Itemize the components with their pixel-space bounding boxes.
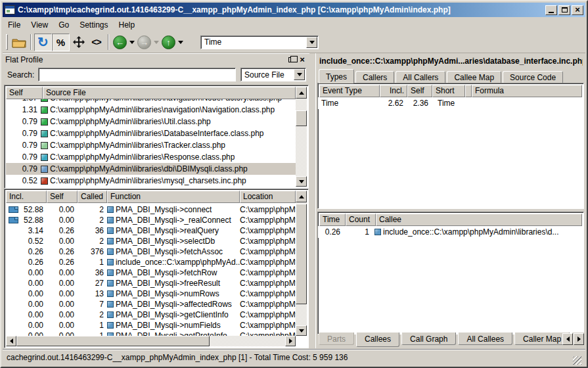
column-header-short[interactable]: Short [432,85,465,97]
menu-item-settings[interactable]: Settings [74,19,113,31]
file-path: C:\xampp\phpMyAdmin\libraries\Response.c… [50,152,235,162]
menu-item-file[interactable]: File [3,19,26,31]
tab-callees[interactable]: Callees [356,333,399,347]
function-row[interactable]: 0.00 0.00 27 PMA_DBI_Mysqli->freeResult … [6,278,296,288]
open-file-button[interactable] [10,34,28,51]
scrollbar-thumb[interactable] [296,110,307,126]
function-row[interactable]: 0.00 0.00 36 PMA_DBI_Mysqli->fetchRow C:… [6,267,296,278]
event-type-row[interactable]: Time 2.62 2.36 Time [318,97,583,109]
file-row[interactable]: 0.79 C:\xampp\phpMyAdmin\libraries\Datab… [6,127,296,139]
scroll-up-button[interactable] [296,87,307,99]
column-header-formula[interactable]: Formula [472,85,582,97]
column-header-incl[interactable]: Incl. [380,85,407,97]
panel-splitter[interactable] [309,53,315,348]
column-header-callee[interactable]: Callee [376,214,582,226]
scrollbar-track[interactable] [296,99,307,176]
callee-row[interactable]: 0.26 1 include_once::C:\xampp\phpMyAdmin… [318,226,583,238]
function-row[interactable]: 0.00 0.00 1 PMA_DBI_Mysqli->getProtoInfo… [6,331,296,336]
group-by-selector[interactable]: Source File [240,68,306,81]
column-header-location[interactable]: Location [240,191,296,203]
function-row[interactable]: 0.26 0.26 376 PMA_DBI_Mysqli->fetchAssoc… [6,246,296,257]
event-type-selector[interactable]: Time [200,35,319,49]
incl-value: 0.26 [28,258,43,267]
scrollbar-track[interactable] [296,202,307,325]
refresh-button[interactable]: ↻ [34,34,52,51]
dock-close-button[interactable]: × [298,55,307,64]
file-row[interactable]: 0.79 C:\xampp\phpMyAdmin\libraries\Track… [6,139,296,151]
expand-cost-button[interactable] [70,34,87,51]
self-value: 0.00 [47,289,78,298]
file-type-icon [41,106,48,114]
tab-call-graph[interactable]: Call Graph [401,333,456,345]
menu-item-view[interactable]: View [26,19,53,31]
search-input[interactable] [38,68,236,81]
column-header-function[interactable]: Function [107,191,240,203]
percent-toggle-button[interactable]: % [52,34,70,51]
tab-source-code[interactable]: Source Code [503,71,563,83]
triangle-left-icon [566,336,570,342]
function-row[interactable]: 52.88 0.00 2 PMA_DBI_Mysqli->_realConnec… [6,215,296,225]
scroll-down-button[interactable] [296,325,307,336]
file-row-selected[interactable]: 0.79 C:\xampp\phpMyAdmin\libraries\dbi\D… [6,163,296,175]
column-header-self[interactable]: Self [407,85,432,97]
back-dropdown-arrow[interactable] [129,41,135,44]
dock-float-button[interactable] [286,55,296,64]
combo-dropdown-button[interactable] [306,37,317,48]
scroll-left-button[interactable] [6,336,16,346]
tab-caller-map[interactable]: Caller Map [514,333,570,345]
tab-callers[interactable]: Callers [355,71,394,83]
vertical-scrollbar[interactable] [296,87,307,187]
tab-all-callers[interactable]: All Callers [396,71,445,83]
tab-all-callees[interactable]: All Callees [458,333,512,345]
file-row[interactable]: 1.31 C:\xampp\phpMyAdmin\libraries\navig… [6,104,296,116]
function-row[interactable]: 3.14 0.26 36 PMA_DBI_Mysqli->realQuery C… [6,225,296,236]
function-row[interactable]: 0.00 0.00 13 PMA_DBI_Mysqli->numRows C:\… [6,288,296,299]
menu-item-go[interactable]: Go [53,19,74,31]
function-row[interactable]: 0.00 0.00 2 PMA_DBI_Mysqli->getClientInf… [6,310,296,320]
up-dropdown-arrow[interactable] [178,41,183,44]
tab-callee-map[interactable]: Callee Map [447,71,501,83]
file-row[interactable]: 1.57 C:\xampp\phpMyAdmin\libraries\navig… [6,99,296,104]
file-row[interactable]: 0.79 C:\xampp\phpMyAdmin\libraries\Util.… [6,116,296,127]
back-button[interactable]: ← [113,35,127,49]
close-button[interactable]: × [572,5,583,15]
tab-types[interactable]: Types [319,69,354,83]
called-value: 2 [78,205,107,214]
tab-scroll-right-button[interactable] [574,333,584,345]
up-button[interactable]: ↑ [162,35,175,49]
column-header-self[interactable]: Self [47,191,78,203]
scroll-right-button[interactable] [285,336,296,346]
minimize-button[interactable] [545,5,557,15]
file-row[interactable]: 0.79 C:\xampp\phpMyAdmin\libraries\Respo… [6,151,296,163]
function-row[interactable]: 0.52 0.00 2 PMA_DBI_Mysqli->selectDb C:\… [6,236,296,246]
file-row[interactable]: 0.52 C:\xampp\phpMyAdmin\libraries\mysql… [6,175,296,187]
column-header-event-type[interactable]: Event Type [319,85,380,97]
scroll-up-button[interactable] [296,191,307,202]
resize-grip[interactable] [573,356,581,365]
column-header-incl[interactable]: Incl. [6,191,47,203]
relative-cost-button[interactable]: <> [87,34,105,51]
column-header-source-file[interactable]: Source File [43,87,296,99]
function-row[interactable]: 0.00 0.00 7 PMA_DBI_Mysqli->affectedRows… [6,299,296,310]
vertical-scrollbar[interactable] [296,191,307,336]
function-row[interactable]: 0.00 0.00 1 PMA_DBI_Mysqli->numFields C:… [6,320,296,331]
function-row[interactable]: 52.88 0.00 2 PMA_DBI_Mysqli->connect C:\… [6,204,296,215]
column-header-self[interactable]: Self [6,87,43,99]
scrollbar-thumb[interactable] [16,336,210,346]
column-header-time[interactable]: Time [319,214,346,226]
scrollbar-track[interactable] [16,336,285,346]
horizontal-scrollbar[interactable] [6,336,296,346]
menu-item-help[interactable]: Help [114,19,141,31]
function-row[interactable]: 0.26 0.26 1 include_once::C:\xampp\phpMy… [6,257,296,267]
maximize-button[interactable] [558,5,570,15]
tab-scroll-left-button[interactable] [562,333,573,345]
self-value: 1.57 [6,99,41,103]
column-header-count[interactable]: Count [346,214,376,226]
scrollbar-thumb[interactable] [296,204,307,304]
column-header-blank[interactable] [465,85,472,97]
column-header-called[interactable]: Called [78,191,107,203]
arrow-right-icon: → [140,37,148,47]
scroll-down-button[interactable] [296,176,307,187]
combo-dropdown-button[interactable] [294,69,305,80]
toolbar-handle[interactable] [6,34,8,50]
